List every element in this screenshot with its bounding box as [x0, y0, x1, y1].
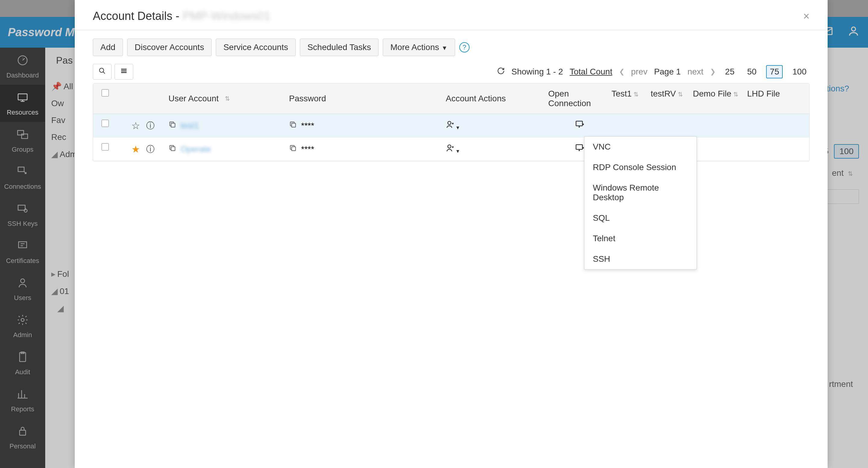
account-details-modal: Account Details - PMP-Windows01 × Add Di… — [75, 0, 828, 468]
sort-icon: ⇅ — [225, 95, 230, 102]
copy-icon[interactable] — [168, 121, 176, 130]
sort-icon: ⇅ — [678, 91, 683, 98]
user-account-value[interactable]: test1 — [181, 121, 199, 130]
chevron-right-icon: ❯ — [710, 68, 715, 76]
svg-point-15 — [99, 68, 104, 72]
scheduled-button[interactable]: Scheduled Tasks — [300, 38, 378, 56]
svg-point-21 — [448, 121, 451, 124]
svg-rect-22 — [576, 121, 582, 126]
showing-label: Showing 1 - 2 — [512, 67, 563, 77]
connection-dropdown: VNC RDP Console Session Windows Remote D… — [584, 136, 697, 270]
col-password: Password — [289, 94, 326, 104]
svg-rect-26 — [576, 145, 582, 150]
row-checkbox[interactable] — [101, 120, 109, 127]
columns-button[interactable] — [115, 64, 133, 80]
col-demo[interactable]: Demo File — [693, 89, 732, 98]
help-icon[interactable]: ? — [459, 42, 470, 53]
table-row: ★ ⓘ Operate **** ▼ — [93, 138, 809, 161]
col-actions: Account Actions — [446, 94, 506, 104]
info-icon[interactable]: ⓘ — [146, 120, 155, 131]
svg-rect-20 — [292, 123, 296, 127]
total-count-link[interactable]: Total Count — [569, 67, 613, 77]
copy-icon[interactable] — [289, 144, 297, 154]
dropdown-item-sql[interactable]: SQL — [584, 208, 696, 228]
table-header: User Account⇅ Password Account Actions O… — [93, 84, 809, 114]
col-test1[interactable]: Test1 — [612, 89, 632, 98]
password-mask[interactable]: **** — [301, 121, 314, 130]
col-open: Open Connection — [548, 89, 612, 108]
open-connection-icon[interactable] — [575, 143, 585, 155]
table-controls: Showing 1 - 2 Total Count ❮ prev Page 1 … — [75, 61, 828, 83]
dropdown-item-telnet[interactable]: Telnet — [584, 228, 696, 249]
svg-rect-23 — [171, 147, 175, 151]
modal-toolbar: Add Discover Accounts Service Accounts S… — [75, 30, 828, 61]
star-icon[interactable]: ☆ — [131, 120, 140, 131]
copy-icon[interactable] — [289, 121, 297, 130]
page-size-50[interactable]: 50 — [744, 66, 760, 78]
next-button[interactable]: next — [687, 67, 704, 77]
page-size-100[interactable]: 100 — [789, 66, 809, 78]
search-button[interactable] — [93, 64, 112, 80]
svg-rect-16 — [121, 69, 127, 70]
copy-icon[interactable] — [168, 144, 176, 154]
sort-icon: ⇅ — [733, 91, 738, 98]
dropdown-item-vnc[interactable]: VNC — [584, 137, 696, 157]
page-size-25[interactable]: 25 — [722, 66, 738, 78]
chevron-down-icon: ▼ — [441, 45, 447, 51]
col-lhd: LHD File — [747, 89, 780, 98]
row-checkbox[interactable] — [101, 143, 109, 150]
col-testrv[interactable]: testRV — [651, 89, 676, 98]
open-connection-icon[interactable] — [575, 119, 585, 132]
close-icon[interactable]: × — [803, 10, 809, 23]
svg-rect-18 — [121, 72, 127, 73]
svg-rect-17 — [121, 70, 127, 71]
pager: Showing 1 - 2 Total Count ❮ prev Page 1 … — [497, 65, 809, 79]
modal-title: Account Details - PMP-Windows01 — [93, 10, 270, 23]
account-action-icon[interactable]: ▼ — [446, 143, 460, 155]
page-size-75[interactable]: 75 — [766, 65, 783, 79]
dropdown-item-rdp[interactable]: RDP Console Session — [584, 157, 696, 178]
info-icon[interactable]: ⓘ — [146, 144, 155, 155]
svg-point-25 — [448, 145, 451, 148]
table-row: ☆ ⓘ test1 **** ▼ — [93, 114, 809, 138]
service-button[interactable]: Service Accounts — [216, 38, 296, 56]
accounts-table: User Account⇅ Password Account Actions O… — [93, 83, 809, 161]
svg-rect-19 — [171, 123, 175, 127]
discover-button[interactable]: Discover Accounts — [127, 38, 212, 56]
svg-rect-24 — [292, 147, 296, 151]
dropdown-item-wrd[interactable]: Windows Remote Desktop — [584, 178, 696, 208]
refresh-icon[interactable] — [497, 67, 505, 77]
user-account-value[interactable]: Operate — [181, 144, 211, 154]
star-icon[interactable]: ★ — [131, 144, 140, 155]
chevron-left-icon: ❮ — [619, 68, 624, 76]
dropdown-item-ssh[interactable]: SSH — [584, 249, 696, 269]
more-actions-button[interactable]: More Actions▼ — [383, 38, 455, 56]
add-button[interactable]: Add — [93, 38, 123, 56]
password-mask[interactable]: **** — [301, 144, 314, 154]
page-label: Page 1 — [654, 67, 681, 77]
col-user[interactable]: User Account — [168, 94, 219, 104]
account-action-icon[interactable]: ▼ — [446, 120, 460, 131]
select-all-checkbox[interactable] — [101, 89, 109, 96]
prev-button[interactable]: prev — [631, 67, 647, 77]
sort-icon: ⇅ — [633, 91, 639, 98]
